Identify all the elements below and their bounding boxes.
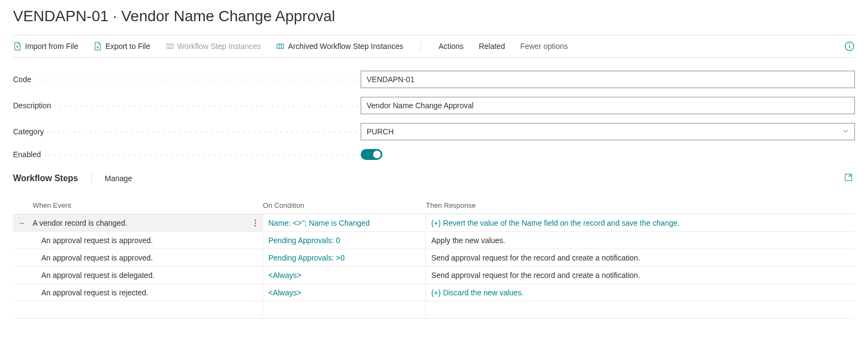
event-cell[interactable]: An approval request is approved. <box>13 232 263 249</box>
event-text: An approval request is approved. <box>13 236 153 245</box>
grid-row[interactable]: An approval request is approved.Pending … <box>13 232 855 249</box>
archived-workflow-step-instances-button[interactable]: Archived Workflow Step Instances <box>276 42 403 51</box>
condition-cell[interactable]: <Always> <box>263 284 426 301</box>
file-import-icon <box>13 42 22 51</box>
col-header-condition[interactable]: On Condition <box>263 201 426 209</box>
enabled-toggle[interactable] <box>361 149 382 160</box>
chevron-down-icon <box>842 127 849 136</box>
category-label: Category <box>13 127 361 136</box>
svg-point-11 <box>255 222 256 224</box>
event-text: An approval request is delegated. <box>13 271 155 280</box>
event-cell[interactable]: →A vendor record is changed. <box>13 214 263 231</box>
category-select[interactable]: PURCH <box>361 123 855 140</box>
fewer-options-button[interactable]: Fewer options <box>520 42 568 51</box>
response-cell[interactable]: (+) Discard the new values. <box>426 284 855 301</box>
wf-instances-label: Workflow Step Instances <box>178 42 261 51</box>
description-label: Description <box>13 101 361 110</box>
import-label: Import from File <box>25 42 78 51</box>
workflow-steps-title: Workflow Steps <box>13 174 78 183</box>
event-text: An approval request is approved. <box>13 253 153 262</box>
grid-row[interactable]: An approval request is delegated.<Always… <box>13 267 855 284</box>
row-selected-arrow-icon: → <box>17 219 25 227</box>
col-header-event[interactable]: When Event <box>13 201 263 209</box>
grid-row[interactable]: →A vendor record is changed.Name: <>''; … <box>13 214 855 232</box>
response-cell[interactable]: Send approval request for the record and… <box>426 249 855 266</box>
response-cell[interactable]: Apply the new values. <box>426 232 855 249</box>
page-title: VENDAPN-01 · Vendor Name Change Approval <box>13 8 855 25</box>
response-cell[interactable]: Send approval request for the record and… <box>426 267 855 283</box>
info-icon[interactable] <box>844 41 855 52</box>
condition-cell[interactable]: <Always> <box>263 267 426 283</box>
expand-section-icon[interactable] <box>844 173 855 184</box>
export-label: Export to File <box>105 42 150 51</box>
event-cell[interactable]: An approval request is delegated. <box>13 267 263 283</box>
archived-wf-label: Archived Workflow Step Instances <box>288 42 403 51</box>
workflow-instances-icon <box>166 42 174 51</box>
description-input[interactable] <box>361 97 855 114</box>
event-cell[interactable]: An approval request is rejected. <box>13 284 263 301</box>
code-input[interactable] <box>361 71 855 88</box>
response-cell[interactable]: (+) Revert the value of the Name field o… <box>426 214 855 231</box>
related-menu[interactable]: Related <box>479 42 505 51</box>
grid-row[interactable]: An approval request is rejected.<Always>… <box>13 284 855 301</box>
svg-point-10 <box>255 219 256 221</box>
row-more-icon[interactable] <box>250 215 260 231</box>
svg-point-12 <box>255 225 256 226</box>
col-header-response[interactable]: Then Response <box>426 201 855 209</box>
event-text: A vendor record is changed. <box>13 219 127 227</box>
svg-rect-3 <box>277 44 284 48</box>
svg-point-8 <box>849 44 850 45</box>
manage-button[interactable]: Manage <box>105 174 133 183</box>
workflow-steps-header: Workflow Steps Manage <box>13 173 855 184</box>
condition-cell[interactable]: Name: <>''; Name is Changed <box>263 214 426 231</box>
event-cell[interactable]: An approval request is approved. <box>13 249 263 266</box>
form-area: Code Description Category PURCH Enabled <box>13 71 855 160</box>
action-separator <box>420 41 421 52</box>
file-export-icon <box>93 42 102 51</box>
import-from-file-button[interactable]: Import from File <box>13 42 78 51</box>
export-to-file-button[interactable]: Export to File <box>93 42 150 51</box>
enabled-label: Enabled <box>13 150 361 159</box>
grid-row[interactable]: An approval request is approved.Pending … <box>13 249 855 267</box>
workflow-steps-grid: When Event On Condition Then Response →A… <box>13 197 855 319</box>
action-bar: Import from File Export to File Workflow… <box>13 35 855 58</box>
archived-workflow-icon <box>276 42 285 51</box>
workflow-step-instances-button[interactable]: Workflow Step Instances <box>166 42 261 51</box>
actions-menu[interactable]: Actions <box>438 42 463 51</box>
category-value: PURCH <box>367 127 394 136</box>
condition-cell[interactable]: Pending Approvals: >0 <box>263 249 426 266</box>
event-text: An approval request is rejected. <box>13 288 148 297</box>
grid-empty-row <box>13 301 855 319</box>
code-label: Code <box>13 75 361 84</box>
svg-rect-0 <box>167 44 173 48</box>
grid-header: When Event On Condition Then Response <box>13 197 855 214</box>
condition-cell[interactable]: Pending Approvals: 0 <box>263 232 426 249</box>
